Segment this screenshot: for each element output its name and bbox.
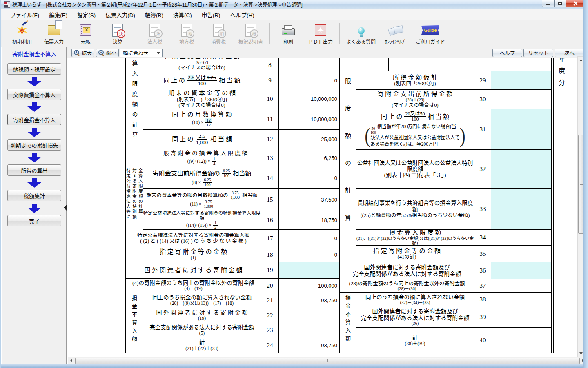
- zoom-out-icon: -: [98, 50, 105, 56]
- row-38-number: 38: [474, 293, 491, 307]
- menu-edit[interactable]: 編集(E): [44, 9, 72, 20]
- row-18-value: 0: [279, 247, 340, 262]
- group-nondeductible-amount-right: 損金不算入額: [340, 293, 356, 353]
- menu-books[interactable]: 帳簿(B): [140, 9, 168, 20]
- zoom-mode-select[interactable]: 幅に合わせ: [120, 49, 163, 57]
- row-32-number: 32: [474, 150, 491, 188]
- menu-settings[interactable]: 設定(S): [72, 9, 100, 20]
- row-21-number: 21: [261, 293, 279, 308]
- step-tax-summary[interactable]: 税額集計: [7, 190, 61, 201]
- horizontal-scroll-thumb[interactable]: [75, 358, 580, 364]
- scroll-left-button[interactable]: [68, 357, 74, 364]
- title-bar: 税理士いらず - [株式会社カンタン商事・第２期(平成27年12月 1日～平成2…: [1, 0, 588, 9]
- pdf-export-icon: [315, 24, 326, 36]
- row-21-value: 93,750: [279, 293, 340, 308]
- step-entertainment-expense[interactable]: 交際費損金不算入: [7, 89, 61, 100]
- row-20: (4)の寄附金額のうち同上の寄附金以外の寄附金額 (4)－(19) 20 100…: [126, 279, 340, 293]
- menu-settlement[interactable]: 決算(C): [168, 9, 197, 20]
- row-33-value[interactable]: [491, 189, 552, 229]
- row-31: 同 上 の 20又は50100 相 当 額 ( 50100相当額が年200万円に…: [356, 109, 552, 150]
- toolbar-overview-report: 概 概況説明書: [234, 20, 267, 47]
- row-17-value: 0: [279, 230, 340, 247]
- horizontal-scrollbar[interactable]: [68, 357, 586, 364]
- pencil-icon: [22, 20, 29, 26]
- row-12-value: 25,000: [279, 130, 340, 149]
- toolbar-user-guide[interactable]: Guide ご利用ガイド: [412, 20, 449, 47]
- menu-bar: ファイル(F) 編集(E) 設定(S) 伝票入力(D) 帳簿(B) 決算(C) …: [1, 9, 588, 20]
- toolbar-pdf-export[interactable]: ＰＤＦ出力: [304, 20, 337, 47]
- step-donation-nondeductible[interactable]: 寄附金損金不算入: [7, 114, 61, 125]
- reset-button[interactable]: リセット: [523, 49, 553, 57]
- application-window: 税理士いらず - [株式会社カンタン商事・第２期(平成27年12月 1日～平成2…: [0, 0, 588, 368]
- row-34-number: 34: [474, 230, 491, 245]
- minimize-button[interactable]: [542, 0, 555, 7]
- menu-voucher-input[interactable]: 伝票入力(D): [100, 9, 140, 20]
- row-29: 所 得 金 額 仮 計 (別表四「25の①」) 29: [356, 71, 552, 90]
- initial-setup-icon: 初: [17, 25, 27, 35]
- row-32-value[interactable]: [491, 150, 552, 188]
- row-29-value[interactable]: [491, 71, 552, 89]
- sidebar-title: 寄附金損金不算入: [2, 50, 66, 58]
- row-38-value: [491, 293, 552, 307]
- sidebar-collapse-handle[interactable]: [64, 205, 67, 211]
- row-28-value: [491, 58, 552, 71]
- row-31-value[interactable]: [491, 109, 552, 149]
- ledger-icon: ¥: [80, 24, 91, 36]
- row-15: 期末の資本金等の額の月数換算額の 3.751,000 相当額 (11) × 3.…: [143, 189, 340, 211]
- arrow-left-icon: [70, 359, 72, 362]
- menu-filing[interactable]: 申告(R): [197, 9, 225, 20]
- row-37-number: 37: [474, 279, 491, 292]
- toolbar-faq[interactable]: ? よくある質問: [342, 20, 380, 47]
- row-34-value: [491, 230, 552, 245]
- table-right-border: [551, 58, 552, 353]
- arrow-up-icon: [579, 59, 583, 61]
- zoom-in-icon: +: [74, 50, 80, 56]
- row-13-value: 6,250: [279, 149, 340, 167]
- arrow-down-icon: [27, 77, 41, 86]
- toolbar-ledger[interactable]: ¥ 元帳: [70, 20, 102, 47]
- form-toolbar: + 拡大 - 縮小 幅に合わせ ヘルプ リセット 次へ: [67, 47, 588, 58]
- close-button[interactable]: [566, 0, 585, 7]
- help-button[interactable]: ヘルプ: [492, 49, 522, 57]
- toolbar-print[interactable]: 印刷: [272, 20, 304, 47]
- toolbar-settlement[interactable]: 決 決算: [102, 20, 134, 47]
- toolbar-local-tax: 地 地方税: [171, 20, 203, 47]
- row-11-value: 10,000,000: [279, 109, 340, 129]
- step-tax-rate-settings[interactable]: 納税額・税率設定: [7, 63, 61, 75]
- row-8: 寄 附 金 支 出 前 所 得 金 額 (6)+(7) (マイナスの場合は0) …: [143, 58, 340, 72]
- row-15-number: 15: [261, 189, 279, 211]
- zoom-out-button[interactable]: - 縮小: [96, 49, 119, 57]
- next-button[interactable]: 次へ: [555, 49, 584, 57]
- menu-help[interactable]: ヘルプ(H): [225, 9, 259, 20]
- row-16-number: 16: [261, 211, 279, 229]
- row-8-value: [279, 58, 340, 72]
- toolbar-voucher-input[interactable]: 伝票入力: [38, 20, 70, 47]
- row-36-value[interactable]: [491, 262, 552, 279]
- step-complete[interactable]: 完了: [7, 215, 61, 226]
- row-17: 特定公益増進法人等に対する寄附金の損金算入額 ( (2) と ( (14) 又は…: [126, 230, 340, 247]
- print-icon: [282, 28, 295, 35]
- row-9: 同 上 の 2.5又は1.25100 相 当 額 9 0: [143, 72, 340, 89]
- menu-file[interactable]: ファイル(F): [5, 9, 44, 20]
- row-35-number: 35: [474, 246, 491, 262]
- row-31-number: 31: [474, 109, 491, 149]
- step-income-calculation[interactable]: 所得の算出: [7, 164, 61, 176]
- step-prior-period-losses[interactable]: 前期までの累計損失: [7, 139, 61, 151]
- row-22-number: 22: [261, 308, 279, 323]
- row-29-number: 29: [474, 71, 491, 89]
- toolbar-online-help[interactable]: ｵﾝﾗｲﾝﾍﾙﾌﾟ: [380, 20, 412, 47]
- maximize-button[interactable]: [555, 0, 566, 7]
- overview-report-icon: 概: [245, 24, 256, 37]
- zoom-in-button[interactable]: + 拡大: [71, 49, 94, 57]
- row-17-number: 17: [261, 230, 279, 247]
- row-34: 損 金 算 入 限 度 額 (31)、((31)と(32)のうち多い金額)又は(…: [356, 230, 552, 246]
- arrow-down-icon: [27, 178, 41, 188]
- row-36: 国外関連者に対する寄附金額及び 完全支配関係がある法人に対する寄附金額 36: [340, 262, 552, 279]
- toolbar-initial-setup[interactable]: 初 初期利用: [6, 20, 38, 47]
- group-deduction-limit-calc: 算入限度額の計算: [126, 58, 143, 167]
- row-33: 長期給付事業を行う共済組合等の損金算入限度額 ((25)と融資額の年5.5%相当…: [356, 189, 552, 230]
- tax-form-canvas: 算入限度額の計算 特定公益増進法人等に 対する寄附金の特別損 金算入限度額の計算…: [68, 58, 577, 357]
- row-14-number: 14: [261, 167, 279, 188]
- row-19-value[interactable]: [279, 262, 340, 278]
- faq-icon: ?: [358, 27, 365, 34]
